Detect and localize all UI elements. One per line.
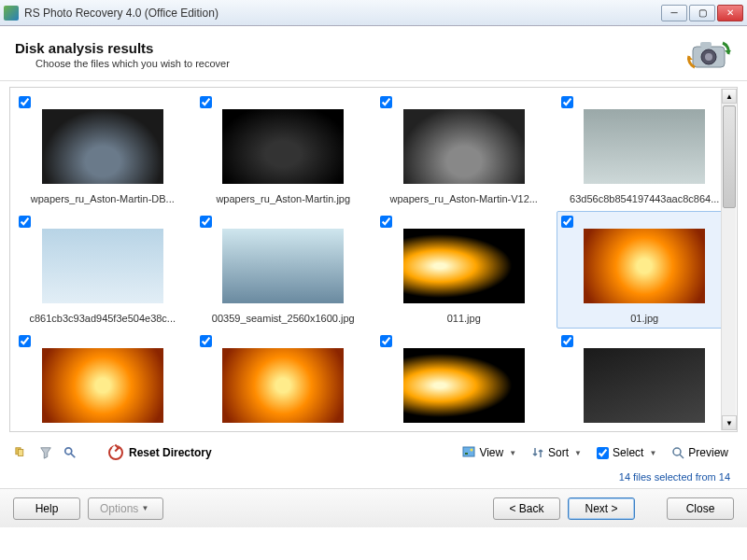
close-window-button[interactable]: ✕	[717, 5, 743, 21]
file-item[interactable]	[557, 330, 734, 431]
file-checkbox[interactable]	[19, 96, 31, 108]
file-thumbnail	[403, 348, 525, 423]
select-checkbox-icon	[597, 447, 609, 459]
svg-line-12	[680, 455, 684, 458]
file-checkbox[interactable]	[380, 216, 392, 228]
select-button[interactable]: Select▼	[591, 441, 662, 464]
bottom-bar: Help Options▼ < Back Next > Close	[0, 488, 747, 527]
toolbar: Reset Directory View▼ Sort▼ Select▼ Prev…	[0, 438, 747, 468]
file-thumbnail	[584, 348, 705, 423]
file-name: 01.jpg	[561, 313, 729, 324]
file-checkbox[interactable]	[19, 216, 31, 228]
svg-point-6	[65, 448, 72, 455]
wizard-header: Disk analysis results Choose the files w…	[0, 26, 747, 81]
scroll-up-button[interactable]: ▲	[722, 89, 737, 104]
file-checkbox[interactable]	[380, 96, 392, 108]
file-name: 63d56c8b854197443aac8c864...	[561, 193, 729, 204]
reset-directory-button[interactable]: Reset Directory	[108, 445, 212, 460]
help-button[interactable]: Help	[13, 497, 80, 520]
file-item[interactable]	[195, 330, 373, 431]
file-checkbox[interactable]	[200, 216, 212, 228]
file-thumbnail	[42, 229, 163, 303]
file-checkbox[interactable]	[561, 96, 573, 108]
svg-rect-8	[463, 447, 474, 456]
file-item[interactable]: 01.jpg	[557, 211, 734, 329]
file-checkbox[interactable]	[19, 335, 31, 347]
file-item[interactable]: c861cb3c93ad945f3e504e38c...	[14, 211, 191, 329]
preview-button[interactable]: Preview	[666, 441, 734, 464]
file-thumbnail	[42, 348, 163, 423]
funnel-icon[interactable]	[37, 444, 54, 461]
page-title: Disk analysis results	[15, 40, 687, 56]
magnify-icon[interactable]	[62, 444, 78, 461]
file-thumbnail	[584, 229, 705, 303]
close-button[interactable]: Close	[667, 497, 734, 520]
vertical-scrollbar[interactable]: ▲ ▼	[721, 89, 736, 430]
file-item[interactable]: 011.jpg	[375, 211, 553, 329]
file-name: c861cb3c93ad945f3e504e38c...	[19, 313, 187, 324]
file-thumbnail	[222, 348, 344, 423]
svg-point-10	[471, 449, 473, 452]
reset-icon	[108, 445, 123, 460]
options-button[interactable]: Options▼	[88, 497, 163, 520]
file-thumbnail	[403, 229, 525, 303]
file-name: wpapers_ru_Aston-Martin-V12...	[380, 193, 548, 204]
sort-button[interactable]: Sort▼	[526, 441, 587, 464]
file-item[interactable]	[14, 330, 191, 431]
file-item[interactable]: wpapers_ru_Aston-Martin-DB...	[14, 91, 191, 209]
svg-rect-9	[465, 453, 468, 455]
file-checkbox[interactable]	[561, 335, 573, 347]
maximize-button[interactable]: ▢	[689, 5, 715, 21]
filter-files-icon[interactable]	[13, 444, 30, 461]
reset-label: Reset Directory	[129, 446, 212, 459]
file-item[interactable]: 63d56c8b854197443aac8c864...	[557, 91, 734, 209]
file-checkbox[interactable]	[380, 335, 392, 347]
file-thumbnail	[222, 229, 344, 303]
file-thumbnail	[584, 109, 705, 184]
file-checkbox[interactable]	[200, 335, 212, 347]
file-grid[interactable]: wpapers_ru_Aston-Martin-DB...wpapers_ru_…	[10, 88, 737, 431]
file-item[interactable]	[375, 330, 553, 431]
file-item[interactable]: 00359_seamist_2560x1600.jpg	[195, 211, 373, 329]
file-name: 011.jpg	[380, 313, 548, 324]
titlebar: RS Photo Recovery 4.0 (Office Edition) ─…	[0, 0, 747, 26]
scrollbar-thumb[interactable]	[723, 105, 736, 208]
svg-rect-3	[700, 42, 712, 48]
app-icon	[4, 6, 19, 21]
view-button[interactable]: View▼	[457, 441, 522, 464]
file-thumbnail	[403, 109, 525, 184]
page-subtitle: Choose the files which you wish to recov…	[35, 58, 687, 69]
file-checkbox[interactable]	[561, 216, 573, 228]
camera-recovery-icon	[687, 35, 732, 73]
content-area: wpapers_ru_Aston-Martin-DB...wpapers_ru_…	[0, 81, 747, 438]
svg-line-7	[71, 454, 75, 457]
svg-point-2	[705, 53, 712, 61]
svg-point-11	[673, 448, 681, 455]
file-name: wpapers_ru_Aston-Martin.jpg	[200, 193, 368, 204]
back-button[interactable]: < Back	[493, 497, 560, 520]
file-name: wpapers_ru_Aston-Martin-DB...	[19, 193, 187, 204]
file-item[interactable]: wpapers_ru_Aston-Martin-V12...	[375, 91, 553, 209]
file-checkbox[interactable]	[200, 96, 212, 108]
scroll-down-button[interactable]: ▼	[722, 415, 737, 430]
file-thumbnail	[222, 109, 344, 184]
file-name: 00359_seamist_2560x1600.jpg	[200, 313, 368, 324]
status-text: 14 files selected from 14	[0, 468, 747, 488]
file-thumbnail	[42, 109, 163, 184]
file-item[interactable]: wpapers_ru_Aston-Martin.jpg	[195, 91, 373, 209]
svg-rect-5	[19, 450, 23, 456]
next-button[interactable]: Next >	[568, 497, 635, 520]
minimize-button[interactable]: ─	[661, 5, 687, 21]
window-title: RS Photo Recovery 4.0 (Office Edition)	[24, 7, 661, 20]
